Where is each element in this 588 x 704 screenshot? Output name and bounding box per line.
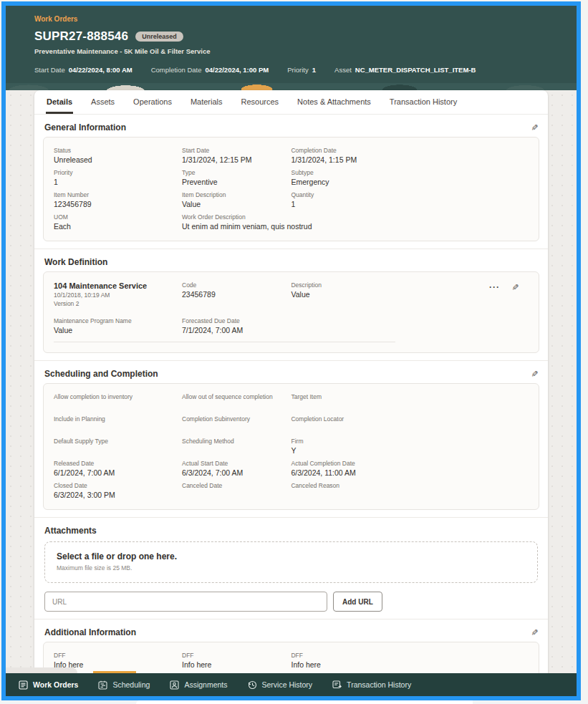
nav-item-scheduling[interactable]: Scheduling — [98, 680, 150, 690]
edit-icon[interactable]: ✎ — [510, 284, 520, 291]
field-start-date: Start Date1/31/2024, 12:15 PM — [182, 145, 291, 167]
tab-resources[interactable]: Resources — [241, 90, 280, 114]
meta-label: Priority — [287, 66, 309, 74]
file-dropzone[interactable]: Select a file or drop one here. Maximum … — [44, 541, 538, 583]
edit-icon[interactable]: ✎ — [529, 370, 539, 377]
field-value: 7/1/2024, 7:00 AM — [182, 326, 286, 334]
field-allow-out-of-sequence-completion: Allow out of sequence completion — [182, 391, 291, 413]
work-definition-version: Version 2 — [54, 300, 178, 307]
field-code: Code23456789 — [182, 279, 291, 309]
field-released-date: Released Date6/1/2024, 7:00 AM — [54, 458, 182, 480]
tab-transaction-history[interactable]: Transaction History — [389, 90, 458, 114]
field-label: Item Number — [54, 191, 178, 198]
field-label: Forecasted Due Date — [182, 317, 286, 324]
dropzone-title: Select a file or drop one here. — [57, 551, 526, 561]
field-label: UOM — [54, 213, 178, 221]
nav-item-assignments[interactable]: Assignments — [170, 680, 227, 690]
field-include-in-planning: Include in Planning — [54, 413, 182, 435]
field-actual-completion-date: Actual Completion Date6/3/2024, 11:00 AM — [291, 458, 529, 480]
field-label: Default Supply Type — [54, 438, 178, 445]
field-quantity: Quantity1 — [291, 189, 529, 211]
field-completion-subinventory: Completion Subinventory — [182, 413, 291, 435]
field-label: Item Description — [182, 191, 286, 198]
bottom-navigation-bar: Work Orders Scheduling Assignments Servi… — [6, 673, 577, 696]
field-dff-2: DFFInfo here — [182, 650, 291, 672]
work-order-header: Work Orders SUPR27-888546 Unreleased Pre… — [6, 6, 577, 83]
transaction-history-icon — [332, 680, 342, 690]
field-value: 6/3/2024, 7:00 AM — [182, 468, 286, 477]
nav-item-transaction-history[interactable]: Transaction History — [332, 680, 411, 690]
work-orders-icon — [19, 680, 28, 690]
work-definition-name-block: 104 Maintenance Service 10/1/2018, 10:19… — [54, 279, 182, 309]
edit-icon[interactable]: ✎ — [529, 629, 539, 636]
meta-asset: AssetNC_METER_DISPATCH_LIST_ITEM-B — [334, 66, 476, 74]
screenshot-stage: Work Orders SUPR27-888546 Unreleased Pre… — [0, 0, 588, 704]
field-value: Info here — [291, 660, 524, 669]
field-label: DFF — [182, 652, 286, 659]
meta-completion-date: Completion Date04/22/2024, 1:00 PM — [151, 66, 269, 74]
field-completion-date: Completion Date1/31/2024, 1:15 PM — [291, 145, 529, 167]
field-work-order-description: Work Order DescriptionUt enim ad minim v… — [182, 211, 529, 233]
field-label: Start Date — [182, 147, 286, 154]
field-allow-completion-to-inventory: Allow completion to inventory — [54, 391, 182, 413]
field-value: 1/31/2024, 1:15 PM — [291, 155, 524, 164]
field-maintenance-program-name: Maintenance Program NameValue — [54, 315, 182, 337]
section-title: Additional Information — [44, 627, 136, 637]
field-label: Quantity — [291, 191, 524, 198]
field-label: Canceled Date — [182, 482, 286, 489]
more-actions-icon[interactable]: ··· — [489, 282, 500, 292]
field-completion-locator: Completion Locator — [291, 413, 529, 435]
section-title: Work Definition — [44, 257, 107, 267]
tab-materials[interactable]: Materials — [190, 90, 223, 114]
url-input[interactable] — [44, 592, 327, 612]
nav-item-work-orders[interactable]: Work Orders — [19, 680, 78, 690]
field-actual-start-date: Actual Start Date6/3/2024, 7:00 AM — [182, 458, 291, 480]
field-value: 6/3/2024, 11:00 AM — [291, 468, 524, 477]
work-order-subtitle: Preventative Maintenance - 5K Mile Oil &… — [34, 47, 548, 55]
breadcrumb[interactable]: Work Orders — [34, 15, 548, 23]
field-label: Work Order Description — [182, 213, 524, 221]
field-label: Completion Subinventory — [182, 415, 286, 423]
field-value: 6/1/2024, 7:00 AM — [54, 468, 178, 477]
assignments-icon — [170, 680, 179, 690]
field-value: 1/31/2024, 12:15 PM — [182, 155, 286, 164]
meta-value: 1 — [312, 66, 316, 74]
field-label: Closed Date — [54, 482, 178, 489]
field-item-number: Item Number123456789 — [54, 189, 182, 211]
work-order-card: Details Assets Operations Materials Reso… — [34, 90, 548, 696]
tab-details[interactable]: Details — [46, 90, 73, 114]
field-scheduling-method: Scheduling Method — [182, 435, 291, 458]
meta-label: Completion Date — [151, 66, 202, 74]
edit-icon[interactable]: ✎ — [529, 124, 539, 131]
dropzone-hint: Maximum file size is 25 MB. — [57, 564, 526, 572]
field-label: Type — [182, 169, 286, 176]
tab-operations[interactable]: Operations — [132, 90, 173, 114]
background-window-edge — [136, 700, 473, 704]
meta-priority: Priority1 — [287, 66, 316, 74]
meta-label: Asset — [334, 66, 352, 74]
nav-item-service-history[interactable]: Service History — [248, 680, 313, 690]
meta-start-date: Start Date04/22/2024, 8:00 AM — [34, 66, 132, 74]
field-canceled-reason: Canceled Reason — [291, 480, 529, 502]
nav-label: Transaction History — [347, 680, 411, 689]
field-item-description: Item DescriptionValue — [182, 189, 291, 211]
field-value: Y — [291, 446, 524, 455]
field-value: Unreleased — [54, 155, 178, 164]
work-definition-date: 10/1/2018, 10:19 AM — [54, 291, 178, 299]
section-title: Attachments — [44, 526, 97, 536]
section-title: General Information — [44, 122, 126, 132]
add-url-button[interactable]: Add URL — [333, 592, 382, 612]
field-value: 1 — [54, 178, 178, 186]
field-value: Emergency — [291, 178, 524, 186]
tab-notes-attachments[interactable]: Notes & Attachments — [297, 90, 372, 114]
scheduling-icon — [98, 680, 107, 690]
field-label: Allow out of sequence completion — [182, 393, 286, 400]
status-badge: Unreleased — [135, 32, 183, 42]
work-definition-name: 104 Maintenance Service — [54, 281, 178, 290]
header-meta-row: Start Date04/22/2024, 8:00 AM Completion… — [34, 66, 548, 74]
field-label: Allow completion to inventory — [54, 393, 178, 400]
tab-bar: Details Assets Operations Materials Reso… — [34, 90, 548, 115]
amber-scroll-indicator — [93, 671, 136, 673]
tab-assets[interactable]: Assets — [90, 90, 115, 114]
field-label: DFF — [291, 652, 524, 659]
